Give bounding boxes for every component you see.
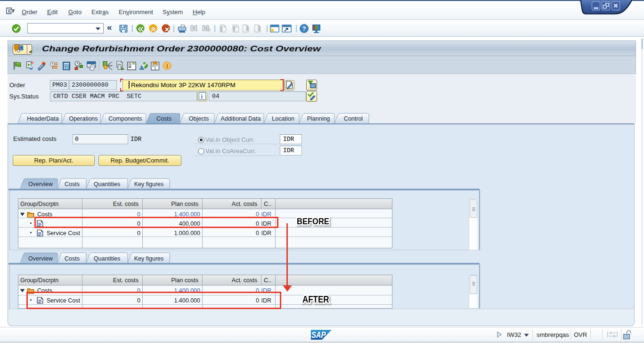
svg-text:Control: Control (344, 115, 363, 122)
svg-text:HeaderData: HeaderData (27, 115, 58, 122)
svg-text:?: ? (302, 25, 306, 32)
svg-text:Planning: Planning (307, 115, 330, 122)
svg-text:Costs: Costs (156, 115, 171, 122)
svg-text:Costs: Costs (65, 181, 80, 188)
svg-text:Key figures: Key figures (134, 255, 164, 262)
svg-text:Quantities: Quantities (94, 181, 120, 188)
svg-text:Key figures: Key figures (134, 181, 164, 188)
svg-text:1: 1 (165, 63, 168, 69)
svg-text:Costs: Costs (65, 255, 80, 262)
svg-text:Components: Components (109, 115, 142, 122)
svg-text:Location: Location (272, 115, 294, 122)
svg-text:BEFORE: BEFORE (297, 216, 329, 226)
svg-text:Additional Data: Additional Data (221, 115, 261, 122)
svg-text:AFTER: AFTER (302, 294, 329, 304)
svg-text:SAP: SAP (311, 330, 326, 340)
svg-text:Overview: Overview (28, 181, 53, 188)
svg-text:Objects: Objects (189, 115, 209, 122)
svg-text:Overview: Overview (28, 255, 53, 262)
svg-text:Operations: Operations (69, 115, 98, 122)
svg-text:Quantities: Quantities (94, 255, 120, 262)
